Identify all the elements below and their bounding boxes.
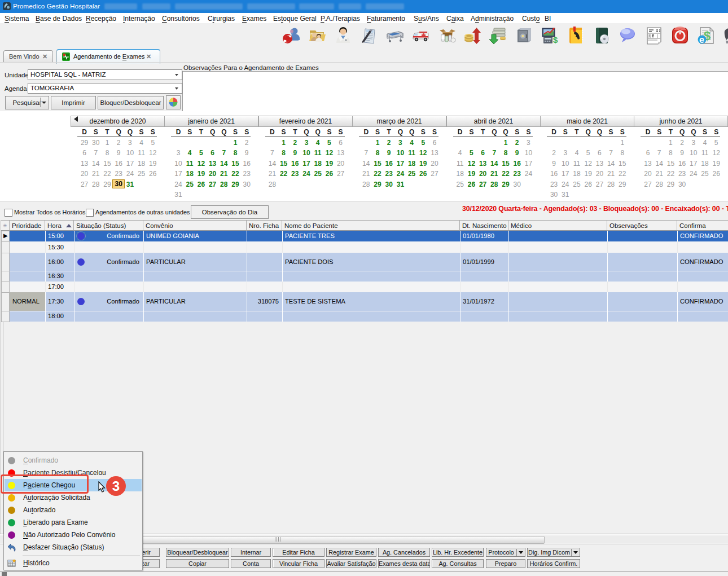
svg-text:e: e [699,35,704,45]
svg-text:$: $ [553,35,558,45]
